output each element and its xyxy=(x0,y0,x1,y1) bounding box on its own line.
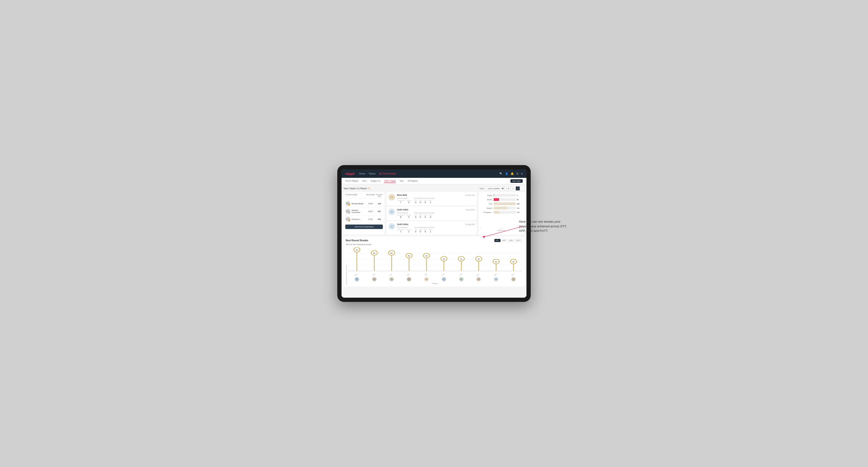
bar-fill-eagles xyxy=(494,194,494,197)
col-pb-score: PB SCORE xyxy=(365,194,376,197)
nav-my-performance[interactable]: My Performance xyxy=(379,172,396,176)
tab-all-players[interactable]: All Players xyxy=(408,179,418,183)
svg-text:R. Butler: R. Butler xyxy=(492,273,497,276)
player-card-3: JC Josh Coles 26 Aug 2023 Total Rounds xyxy=(386,221,477,235)
bar-value-pars: 499 xyxy=(517,203,523,205)
search-icon[interactable]: 🔍 xyxy=(499,172,503,175)
add-team-button[interactable]: Add Team xyxy=(510,179,523,183)
svg-text:B. McHerg: B. McHerg xyxy=(369,273,375,276)
pa-item-3: DB xyxy=(383,277,401,281)
bar-label-eagles: Eagles xyxy=(480,195,492,196)
bell-icon[interactable]: 🔔 xyxy=(511,172,514,175)
total-rounds-label-1: Total Rounds xyxy=(397,198,411,199)
player-name-1: Richard Butler xyxy=(352,203,365,205)
pa-item-4: JC xyxy=(400,277,418,281)
practice-activities-label-1: Total Practice Activities xyxy=(414,198,434,199)
bar-label-bogeys: Bogeys xyxy=(480,207,492,209)
view-table-icon[interactable]: ↑ xyxy=(520,186,525,191)
edit-icon[interactable]: ✏️ xyxy=(368,187,371,190)
filter-buttons: OTT APP ARG PUTT xyxy=(494,239,522,242)
player-avg-1: 110 xyxy=(376,203,383,205)
rounds-row-1: Tournament 7 Practice 6 xyxy=(397,200,411,204)
view-chart-icon[interactable]: ◫ xyxy=(516,186,520,191)
svg-text:6x: 6x xyxy=(391,252,393,254)
svg-text:D. Billingham: D. Billingham xyxy=(385,273,393,276)
bar-value-bogeys: 311 xyxy=(517,207,523,209)
svg-text:E. Ebert: E. Ebert xyxy=(353,273,358,276)
col-pb-avg: PB AVG SQ xyxy=(376,194,383,197)
bar-row-eagles: Eagles 3 xyxy=(480,194,523,197)
card-name-1: Rees Britt xyxy=(397,194,407,196)
tablet-screen: clippd Home Teams My Performance 🔍 👤 🔔 ⚙… xyxy=(342,169,526,298)
sub-nav-tabs: PGAT Players PGA Hcaps 1-5 Team Clippd T… xyxy=(345,179,510,183)
x-axis-label: Players xyxy=(348,283,522,284)
bar-label-dbogeys: D. Bogeys + xyxy=(480,212,492,213)
bar-row-dbogeys: D. Bogeys + 131 xyxy=(480,211,523,214)
bar-value-birdies: 96 xyxy=(517,199,523,200)
activities-row-1: OTT 0 APP 0 xyxy=(414,200,434,204)
tab-tour[interactable]: Tour xyxy=(400,179,404,183)
filter-arg[interactable]: ARG xyxy=(508,239,515,242)
player-avatar-2: EC 2 xyxy=(345,209,350,214)
bar-container-dbogeys xyxy=(494,211,516,214)
pa-avatar-1: EE xyxy=(355,277,359,281)
card-name-3: Josh Coles xyxy=(397,223,408,225)
person-icon[interactable]: 👤 xyxy=(505,172,508,175)
nav-home[interactable]: Home xyxy=(359,172,365,176)
card-date-3: 26 Aug 2023 xyxy=(466,224,475,225)
pa-item-10: CQ xyxy=(505,277,522,281)
period-dropdown[interactable]: Last 3 months xyxy=(486,187,505,191)
svg-text:3x: 3x xyxy=(513,261,515,262)
svg-text:5x: 5x xyxy=(426,255,428,257)
pa-avatar-8: MM xyxy=(476,277,481,281)
pa-avatar-10: CQ xyxy=(512,277,516,281)
card-avatar-3: JC xyxy=(389,223,395,230)
avatar-icon[interactable]: ● xyxy=(521,172,523,175)
svg-text:E. Crossman: E. Crossman xyxy=(437,273,445,276)
view-list-icon[interactable]: ≡ xyxy=(511,186,515,191)
filter-putt[interactable]: PUTT xyxy=(515,239,522,242)
nav-icons: 🔍 👤 🔔 ⚙ ● xyxy=(499,172,523,175)
x-min: 0 xyxy=(480,228,481,229)
player-score-3: 17/20 xyxy=(365,218,376,220)
player-card-2: JC Josh Coles 26 Aug 2023 Total Rounds xyxy=(386,207,477,220)
tab-pgat-players[interactable]: PGAT Players xyxy=(345,179,359,183)
card-stats-2: Total Rounds Tournament 8 Practice xyxy=(397,212,475,218)
pa-avatar-2: BM xyxy=(372,277,376,281)
bar-row-pars: Pars 499 xyxy=(480,203,523,205)
svg-text:3x: 3x xyxy=(495,261,497,262)
svg-text:4x: 4x xyxy=(443,258,445,260)
pa-item-8: MM xyxy=(470,277,488,281)
pa-item-5: RB xyxy=(418,277,435,281)
app-logo: clippd xyxy=(345,172,354,176)
tournament-stat-1: Tournament 7 xyxy=(397,200,404,204)
practice-val-1: 6 xyxy=(408,201,409,204)
tablet-frame: clippd Home Teams My Performance 🔍 👤 🔔 ⚙… xyxy=(337,165,531,302)
ott-val-1: 0 xyxy=(415,201,416,204)
filter-ott[interactable]: OTT xyxy=(494,239,500,242)
player-score-1: 19/20 xyxy=(365,203,376,205)
tab-hcaps[interactable]: Hcaps 1-5 xyxy=(371,179,380,183)
tab-team-clippd[interactable]: Team Clippd xyxy=(384,179,396,183)
rank-badge-3: 3 xyxy=(349,220,350,222)
annotation-block: Here you can see streaks your players ha… xyxy=(519,219,571,233)
main-content: Team Clippd | 14 Players ✏️ Show Last 3 … xyxy=(342,184,526,298)
x-mid: 200 xyxy=(500,228,502,229)
chart-panel: Eagles 3 Birdies xyxy=(478,192,525,235)
bar-fill-bogeys xyxy=(494,207,507,210)
view-grid-icon[interactable]: ⊞ xyxy=(506,186,510,191)
filter-app[interactable]: APP xyxy=(501,239,507,242)
settings-icon[interactable]: ⚙ xyxy=(516,172,519,175)
view-leaderboard-button[interactable]: View Full Leaderboard xyxy=(345,224,383,229)
player-name-3: Cameron... xyxy=(352,218,365,220)
nav-teams[interactable]: Teams xyxy=(369,172,375,176)
navbar: clippd Home Teams My Performance 🔍 👤 🔔 ⚙… xyxy=(342,169,526,178)
player-cards-panel: RB Rees Britt 02 Sep 2023 Total Rounds xyxy=(386,192,477,235)
tab-pga[interactable]: PGA xyxy=(362,179,367,183)
pa-avatar-3: DB xyxy=(390,277,394,281)
practice-activities-group-1: Total Practice Activities OTT 0 APP xyxy=(414,198,434,204)
card-date-2: 26 Aug 2023 xyxy=(466,209,475,211)
col-player-name: PLAYER NAME xyxy=(345,194,365,197)
bar-value-eagles: 3 xyxy=(517,195,523,196)
svg-text:4x: 4x xyxy=(478,258,480,260)
